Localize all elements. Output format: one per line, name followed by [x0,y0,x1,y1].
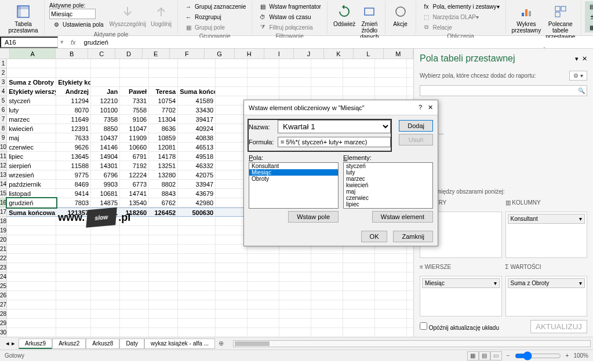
add-sheet-button[interactable]: ⊕ [215,338,227,348]
cell[interactable]: maj [7,133,56,143]
cell[interactable]: 7633 [56,133,91,143]
pivot-field-item[interactable]: ąc [420,109,587,118]
cell[interactable] [407,272,413,282]
cell[interactable]: kwiecień [7,124,56,133]
cell[interactable] [375,300,407,310]
cell[interactable] [343,310,375,319]
ok-button[interactable]: OK [361,231,388,242]
horizontal-scrollbar[interactable] [233,340,591,347]
cell[interactable] [279,263,311,272]
cell[interactable] [311,282,343,291]
recommended-button[interactable]: Polecane tabele przestawne [543,1,577,41]
cell[interactable] [407,68,413,78]
cell[interactable]: Suma z Obroty [7,78,56,87]
cell[interactable] [149,272,178,282]
cell[interactable]: wrzesień [7,170,56,180]
cell[interactable] [149,245,178,254]
row-header[interactable]: 29 [0,319,7,328]
row-header[interactable]: 11 [0,152,7,161]
cell[interactable] [91,263,120,272]
cell[interactable] [216,235,248,245]
cell[interactable] [149,226,178,235]
cell[interactable] [216,208,248,217]
cell[interactable]: 8802 [149,180,178,189]
cell[interactable] [178,319,216,328]
drill-down-button[interactable]: Wyszczególnij [107,1,148,28]
cell[interactable]: 9106 [120,115,149,124]
cell[interactable]: 7803 [56,198,91,208]
cell[interactable] [248,254,279,263]
formula-input[interactable] [81,38,593,47]
cell[interactable] [216,78,248,87]
row-header[interactable]: 14 [0,180,7,189]
cell[interactable] [248,78,279,87]
cell[interactable] [311,300,343,310]
filter-connections-button[interactable]: ⧩Filtruj połączenia [256,22,323,32]
group-field-button[interactable]: ▦Grupuj pole [181,22,248,32]
cell[interactable]: 49518 [178,152,216,161]
cell[interactable] [311,272,343,282]
cell[interactable] [248,300,279,310]
cell[interactable] [248,263,279,272]
cell[interactable] [279,328,311,337]
row-header[interactable]: 1 [0,59,7,68]
columns-zone[interactable]: Konsultant▾ [505,212,588,258]
cell[interactable] [120,328,149,337]
cell[interactable] [120,282,149,291]
refresh-button[interactable]: Odśwież [331,1,358,28]
fields-listbox[interactable]: KonsultantMiesiącObroty [249,162,339,209]
cell[interactable]: grudzień [7,198,56,208]
cell[interactable] [56,310,91,319]
cell[interactable] [178,68,216,78]
cell[interactable]: czerwiec [7,143,56,152]
cell[interactable] [7,254,56,263]
close-button[interactable]: Zamknij [393,231,433,242]
row-header[interactable]: 28 [0,310,7,319]
cell[interactable] [56,272,91,282]
pivot-chart-button[interactable]: Wykres przestawny [510,1,544,35]
cell[interactable] [91,68,120,78]
cell[interactable] [91,254,120,263]
sheet-tab[interactable]: Arkusz8 [86,338,119,349]
cell[interactable] [56,282,91,291]
cell[interactable]: 14875 [91,198,120,208]
cell[interactable] [216,105,248,115]
zoom-out-button[interactable]: − [507,352,510,359]
cell[interactable] [216,263,248,272]
cell[interactable]: 14301 [91,161,120,170]
cell[interactable] [56,226,91,235]
cell[interactable] [216,291,248,300]
cell[interactable] [407,263,413,272]
cell[interactable]: 14146 [91,143,120,152]
cell[interactable]: 9626 [56,143,91,152]
cell[interactable]: 42075 [178,170,216,180]
row-header[interactable]: 25 [0,282,7,291]
cell[interactable]: 33947 [178,180,216,189]
cell[interactable] [343,272,375,282]
column-header-E[interactable]: E [143,49,170,59]
cell[interactable] [279,282,311,291]
list-item[interactable]: kwiecień [344,182,432,188]
cell[interactable]: 41589 [178,96,216,105]
dropdown-icon[interactable]: ▾ [58,38,66,46]
cell[interactable] [91,282,120,291]
cell[interactable] [120,319,149,328]
row-header[interactable]: 27 [0,300,7,310]
cell[interactable] [407,328,413,337]
cell[interactable]: 11047 [120,124,149,133]
cell[interactable]: 8850 [91,124,120,133]
cell[interactable]: 14178 [149,152,178,161]
sheet-nav-next[interactable]: ▸ [12,340,15,347]
cell[interactable]: styczeń [7,96,56,105]
row-header[interactable]: 24 [0,272,7,282]
row-header[interactable]: 3 [0,78,7,87]
cell[interactable] [216,170,248,180]
list-item[interactable]: Miesiąc [249,169,338,176]
cell[interactable]: 11649 [56,115,91,124]
cell[interactable] [407,319,413,328]
cell[interactable] [248,272,279,282]
cell[interactable] [91,59,120,68]
cell[interactable] [248,319,279,328]
cell[interactable] [279,310,311,319]
cell[interactable] [7,59,56,68]
